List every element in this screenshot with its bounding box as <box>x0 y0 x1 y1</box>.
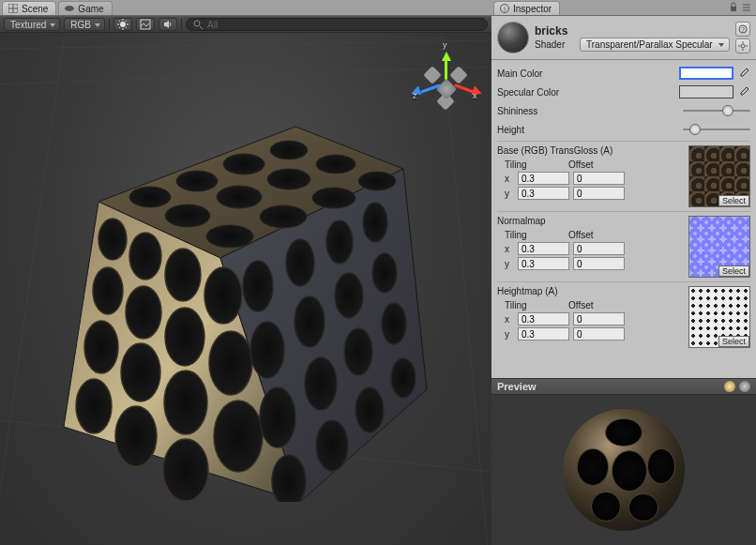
main-color-swatch[interactable] <box>679 67 733 80</box>
svg-point-57 <box>382 303 406 344</box>
svg-point-37 <box>165 308 204 366</box>
svg-point-40 <box>121 343 160 401</box>
svg-point-33 <box>165 249 201 301</box>
main-color-label: Main Color <box>497 68 675 79</box>
svg-line-10 <box>126 27 127 28</box>
svg-point-24 <box>217 186 262 208</box>
svg-point-29 <box>312 188 355 208</box>
svg-line-15 <box>200 26 203 29</box>
svg-point-61 <box>391 358 416 398</box>
preview-panel[interactable] <box>491 395 756 545</box>
normal-tiling-y[interactable] <box>518 257 569 270</box>
component-help-button[interactable]: ? <box>735 22 750 37</box>
material-preview-ball <box>497 22 529 53</box>
svg-point-50 <box>250 322 284 378</box>
base-tiling-y[interactable] <box>518 187 569 200</box>
skybox-toggle[interactable] <box>136 18 155 31</box>
info-icon: i <box>500 4 509 13</box>
base-texture-slot[interactable]: Select <box>688 145 750 207</box>
svg-text:?: ? <box>741 26 745 33</box>
base-offset-x[interactable] <box>573 172 625 185</box>
svg-point-31 <box>98 219 127 260</box>
svg-point-47 <box>286 239 314 286</box>
svg-text:i: i <box>504 6 506 12</box>
height-tiling-y[interactable] <box>518 327 569 341</box>
base-tiling-x[interactable] <box>518 172 569 185</box>
svg-point-42 <box>214 401 263 472</box>
svg-point-4 <box>120 22 126 27</box>
svg-point-51 <box>295 296 325 347</box>
svg-point-34 <box>204 267 242 324</box>
svg-point-58 <box>272 455 306 502</box>
scene-viewport[interactable]: y x z <box>0 33 491 545</box>
normal-offset-x[interactable] <box>573 242 625 255</box>
normal-offset-y[interactable] <box>573 257 625 270</box>
svg-line-9 <box>119 21 120 22</box>
lighting-toggle[interactable] <box>113 18 132 31</box>
select-button[interactable]: Select <box>718 336 749 347</box>
svg-line-11 <box>126 21 127 22</box>
component-settings-button[interactable] <box>735 38 750 53</box>
svg-point-41 <box>164 371 207 434</box>
search-icon <box>192 19 204 30</box>
svg-point-52 <box>335 273 363 318</box>
svg-point-22 <box>270 141 308 159</box>
svg-point-32 <box>129 233 161 280</box>
height-tex-label: Heightmap (A) <box>497 286 685 296</box>
svg-point-25 <box>267 169 310 189</box>
svg-point-3 <box>65 6 74 11</box>
svg-point-28 <box>260 205 307 228</box>
svg-rect-64 <box>731 7 736 11</box>
search-input[interactable]: All <box>186 18 488 31</box>
lock-icon[interactable] <box>728 2 739 15</box>
normal-texture-slot[interactable]: Select <box>688 216 750 278</box>
preview-header[interactable]: Preview <box>491 378 756 395</box>
tab-game-label: Game <box>78 4 103 14</box>
svg-point-70 <box>741 44 745 48</box>
svg-point-59 <box>316 420 348 471</box>
svg-point-60 <box>355 387 384 432</box>
svg-point-44 <box>115 406 157 466</box>
eyedropper-icon[interactable] <box>737 67 750 80</box>
normal-tiling-x[interactable] <box>518 242 569 255</box>
svg-point-26 <box>316 155 355 174</box>
svg-point-36 <box>126 286 161 339</box>
rgb-dropdown[interactable]: RGB <box>64 18 105 31</box>
svg-point-49 <box>363 203 387 242</box>
shininess-slider[interactable] <box>683 104 750 117</box>
context-menu-icon[interactable] <box>741 2 752 15</box>
eyedropper-icon[interactable] <box>737 85 750 98</box>
scene-toolbar: Textured RGB All <box>0 16 491 33</box>
height-texture-slot[interactable]: Select <box>688 286 750 348</box>
shader-dropdown[interactable]: Transparent/Parallax Specular <box>580 38 730 52</box>
tab-scene-label: Scene <box>22 4 48 14</box>
base-tex-label: Base (RGB) TransGloss (A) <box>497 145 685 156</box>
scene-cube <box>56 108 431 502</box>
tab-scene[interactable]: Scene <box>2 1 56 15</box>
select-button[interactable]: Select <box>718 195 749 206</box>
specular-color-swatch[interactable] <box>679 85 733 98</box>
tab-game[interactable]: Game <box>58 1 112 15</box>
height-offset-x[interactable] <box>573 312 625 325</box>
preview-light-button[interactable] <box>739 381 750 392</box>
svg-point-55 <box>305 357 337 410</box>
audio-toggle[interactable] <box>159 18 177 31</box>
svg-point-54 <box>260 387 295 447</box>
svg-point-45 <box>163 439 208 501</box>
normal-tex-label: Normalmap <box>497 216 685 226</box>
preview-sphere-button[interactable] <box>724 381 735 392</box>
svg-point-19 <box>129 187 171 207</box>
height-slider[interactable] <box>683 123 750 136</box>
preview-material-ball <box>563 409 685 531</box>
height-offset-y[interactable] <box>573 327 625 341</box>
svg-point-23 <box>165 204 210 227</box>
specular-color-label: Specular Color <box>497 87 675 98</box>
svg-point-14 <box>194 21 200 26</box>
base-offset-y[interactable] <box>573 187 625 200</box>
height-tiling-x[interactable] <box>518 312 569 325</box>
scene-icon <box>8 4 18 13</box>
svg-point-48 <box>326 220 353 264</box>
shading-dropdown[interactable]: Textured <box>4 18 60 31</box>
tab-inspector[interactable]: i Inspector <box>493 1 560 15</box>
select-button[interactable]: Select <box>718 265 749 277</box>
